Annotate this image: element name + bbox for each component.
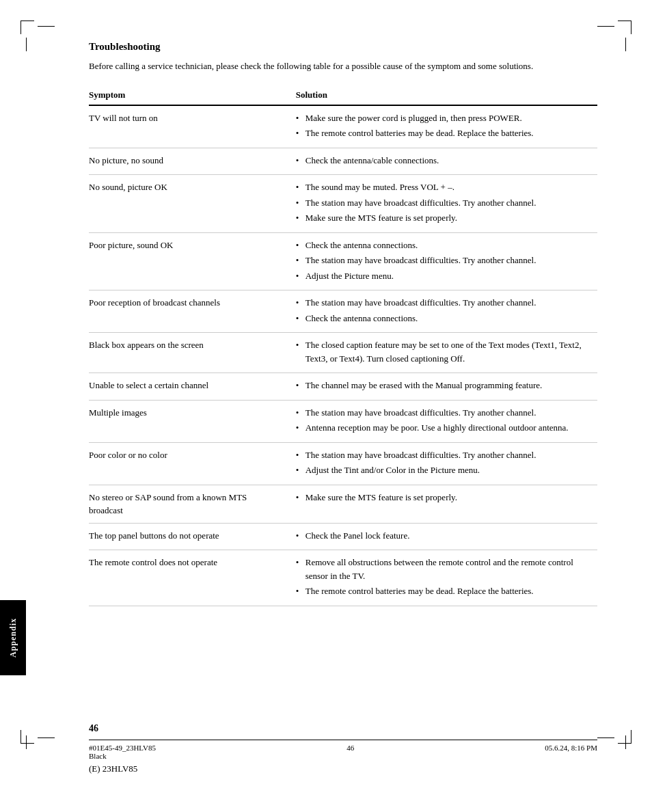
symptom-cell: Unable to select a certain channel (89, 373, 282, 401)
table-row: No picture, no soundCheck the antenna/ca… (89, 148, 597, 175)
solution-cell: Check the Panel lock feature. (282, 523, 597, 550)
footer-line (89, 740, 597, 740)
symptom-cell: Multiple images (89, 400, 282, 442)
symptom-cell: Black box appears on the screen (89, 333, 282, 373)
solution-cell: Remove all obstructions between the remo… (282, 550, 597, 606)
table-row: Poor reception of broadcast channelsThe … (89, 290, 597, 333)
solution-cell: The station may have broadcast difficult… (282, 290, 597, 333)
page-title: Troubleshooting (89, 41, 597, 53)
table-row: Multiple imagesThe station may have broa… (89, 400, 597, 442)
table-row: Unable to select a certain channelThe ch… (89, 373, 597, 401)
reg-line (597, 737, 614, 738)
reg-line (38, 737, 55, 738)
solution-item: The sound may be muted. Press VOL + –. (296, 180, 590, 194)
symptom-header: Symptom (89, 87, 282, 105)
table-row: No stereo or SAP sound from a known MTS … (89, 485, 597, 523)
solution-header: Solution (282, 87, 597, 105)
reg-line (26, 38, 27, 51)
corner-mark-tr (618, 21, 631, 34)
reg-line (625, 735, 626, 749)
symptom-cell: Poor reception of broadcast channels (89, 290, 282, 333)
table-row: Poor color or no colorThe station may ha… (89, 442, 597, 485)
table-row: No sound, picture OKThe sound may be mut… (89, 175, 597, 233)
symptom-cell: Poor picture, sound OK (89, 232, 282, 290)
troubleshooting-table: Symptom Solution TV will not turn onMake… (89, 87, 597, 606)
footer-doc-id: #01E45-49_23HLV85 (89, 744, 156, 752)
footer-info: #01E45-49_23HLV85 Black (E) 23HLV85 46 0… (89, 744, 597, 774)
corner-mark-tl (21, 21, 34, 34)
solution-item: Check the antenna connections. (296, 239, 590, 252)
footer-model: (E) 23HLV85 (89, 763, 156, 774)
symptom-cell: Poor color or no color (89, 442, 282, 485)
reg-line (597, 26, 614, 27)
table-row: The remote control does not operateRemov… (89, 550, 597, 606)
symptom-cell: No sound, picture OK (89, 175, 282, 233)
footer: 46 #01E45-49_23HLV85 Black (E) 23HLV85 4… (89, 723, 597, 774)
footer-color: Black (89, 752, 156, 760)
solution-item: The station may have broadcast difficult… (296, 406, 590, 420)
solution-cell: The channel may be erased with the Manua… (282, 373, 597, 401)
solution-item: The closed caption feature may be set to… (296, 338, 590, 365)
symptom-cell: No picture, no sound (89, 148, 282, 175)
solution-cell: Check the antenna connections.The statio… (282, 232, 597, 290)
solution-item: The station may have broadcast difficult… (296, 448, 590, 462)
solution-cell: Check the antenna/cable connections. (282, 148, 597, 175)
table-row: Poor picture, sound OKCheck the antenna … (89, 232, 597, 290)
solution-cell: Make sure the power cord is plugged in, … (282, 105, 597, 148)
table-row: Black box appears on the screenThe close… (89, 333, 597, 373)
table-row: TV will not turn onMake sure the power c… (89, 105, 597, 148)
solution-cell: The sound may be muted. Press VOL + –.Th… (282, 175, 597, 233)
solution-item: The station may have broadcast difficult… (296, 254, 590, 267)
solution-item: Make sure the power cord is plugged in, … (296, 111, 590, 125)
corner-mark-br (618, 730, 631, 744)
page-number: 46 (89, 723, 597, 734)
solution-cell: The closed caption feature may be set to… (282, 333, 597, 373)
solution-item: Adjust the Picture menu. (296, 269, 590, 283)
symptom-cell: The remote control does not operate (89, 550, 282, 606)
solution-item: The station may have broadcast difficult… (296, 296, 590, 310)
solution-item: The station may have broadcast difficult… (296, 196, 590, 210)
solution-cell: The station may have broadcast difficult… (282, 442, 597, 485)
solution-item: Make sure the MTS feature is set properl… (296, 211, 590, 225)
corner-mark-bl (21, 730, 34, 744)
solution-cell: Make sure the MTS feature is set properl… (282, 485, 597, 523)
symptom-cell: No stereo or SAP sound from a known MTS … (89, 485, 282, 523)
symptom-cell: The top panel buttons do not operate (89, 523, 282, 550)
reg-line (625, 38, 626, 51)
solution-cell: The station may have broadcast difficult… (282, 400, 597, 442)
footer-left: #01E45-49_23HLV85 Black (E) 23HLV85 (89, 744, 156, 774)
footer-center-page: 46 (347, 744, 354, 774)
intro-text: Before calling a service technician, ple… (89, 59, 597, 73)
symptom-cell: TV will not turn on (89, 105, 282, 148)
solution-item: Remove all obstructions between the remo… (296, 556, 590, 582)
solution-item: Make sure the MTS feature is set properl… (296, 491, 590, 504)
reg-line (38, 26, 55, 27)
solution-item: Antenna reception may be poor. Use a hig… (296, 421, 590, 435)
page: Appendix Troubleshooting Before calling … (0, 0, 652, 812)
solution-item: Check the antenna connections. (296, 312, 590, 325)
table-row: The top panel buttons do not operateChec… (89, 523, 597, 550)
solution-item: Check the antenna/cable connections. (296, 154, 590, 167)
solution-item: The remote control batteries may be dead… (296, 126, 590, 140)
appendix-tab: Appendix (0, 600, 26, 675)
solution-item: Adjust the Tint and/or Color in the Pict… (296, 463, 590, 477)
solution-item: Check the Panel lock feature. (296, 529, 590, 543)
solution-item: The remote control batteries may be dead… (296, 584, 590, 598)
footer-date: 05.6.24, 8:16 PM (545, 744, 597, 774)
reg-line (26, 735, 27, 749)
appendix-label: Appendix (8, 618, 18, 658)
solution-item: The channel may be erased with the Manua… (296, 379, 590, 392)
